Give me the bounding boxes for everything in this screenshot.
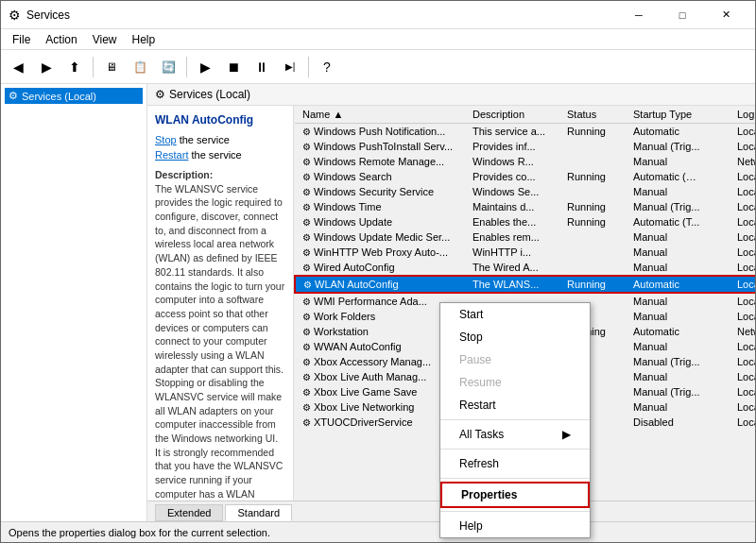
- table-row[interactable]: ⚙Windows UpdateEnables the...RunningAuto…: [295, 214, 755, 229]
- play-button[interactable]: ▶: [192, 54, 218, 80]
- context-menu-start[interactable]: Start: [440, 303, 590, 326]
- service-name-cell: ⚙Windows Time: [295, 199, 465, 214]
- service-desc-cell: This service a...: [465, 124, 559, 140]
- service-icon: ⚙: [302, 217, 311, 228]
- window-title: Services: [26, 8, 70, 22]
- context-menu-help[interactable]: Help: [440, 515, 590, 537]
- tree-panel: ⚙ Services (Local): [1, 84, 147, 521]
- service-desc-cell: Enables rem...: [465, 229, 559, 245]
- service-status-cell: [559, 245, 626, 260]
- service-startup-cell: Automatic (T...: [626, 214, 730, 229]
- menu-help[interactable]: Help: [125, 31, 163, 48]
- table-header-row: Name ▲ Description Status Startup Type L…: [295, 106, 755, 124]
- service-icon: ⚙: [302, 357, 311, 367]
- service-logon-cell: Networ...: [730, 324, 755, 339]
- col-description[interactable]: Description: [465, 106, 559, 124]
- service-icon: ⚙: [302, 417, 311, 428]
- pause-button[interactable]: ⏸: [249, 54, 275, 80]
- context-menu-refresh[interactable]: Refresh: [440, 452, 590, 475]
- all-tasks-arrow: ▶: [562, 428, 571, 441]
- service-icon: ⚙: [302, 127, 311, 137]
- service-logon-cell: Local Sy...: [730, 214, 755, 229]
- service-logon-cell: Local Sy...: [730, 260, 755, 276]
- service-name-cell: ⚙WinHTTP Web Proxy Auto-...: [295, 245, 465, 260]
- stop-service-link[interactable]: Stop: [155, 134, 177, 145]
- table-row[interactable]: ⚙Windows Security ServiceWindows Se...Ma…: [295, 184, 755, 199]
- menu-file[interactable]: File: [5, 31, 38, 48]
- table-row[interactable]: ⚙Windows Push Notification...This servic…: [295, 124, 755, 140]
- context-menu-all-tasks[interactable]: All Tasks ▶: [440, 423, 590, 446]
- service-icon: ⚙: [302, 232, 311, 243]
- context-menu-restart[interactable]: Restart: [440, 394, 590, 416]
- service-icon: ⚙: [302, 342, 311, 352]
- service-startup-cell: Manual: [626, 184, 730, 199]
- service-icon: ⚙: [302, 187, 311, 197]
- tab-extended[interactable]: Extended: [155, 504, 223, 521]
- toolbar-sep-3: [308, 57, 309, 77]
- help-button[interactable]: ?: [314, 54, 340, 80]
- service-startup-cell: Manual (Trig...: [626, 354, 730, 369]
- col-name[interactable]: Name ▲: [295, 106, 465, 124]
- close-button[interactable]: ✕: [704, 1, 747, 29]
- col-status[interactable]: Status: [559, 106, 626, 124]
- tab-standard[interactable]: Standard: [225, 504, 292, 521]
- restart-service-line: Restart the service: [155, 149, 285, 161]
- restart-button[interactable]: ▶|: [277, 54, 303, 80]
- service-name-cell: ⚙Windows PushToInstall Serv...: [295, 139, 465, 154]
- service-logon-cell: Local Sy...: [730, 415, 755, 430]
- service-desc-cell: Enables the...: [465, 214, 559, 229]
- table-row[interactable]: ⚙Windows Remote Manage...Windows R...Man…: [295, 154, 755, 169]
- service-name-cell: ⚙WLAN AutoConfig: [295, 276, 465, 293]
- service-icon: ⚙: [302, 263, 311, 273]
- service-description-panel: WLAN AutoConfig Stop the service Restart…: [147, 106, 294, 501]
- service-icon: ⚙: [302, 142, 311, 152]
- service-desc-cell: The Wired A...: [465, 260, 559, 276]
- service-startup-cell: Automatic: [626, 324, 730, 339]
- tree-icon: ⚙: [9, 90, 18, 102]
- menu-view[interactable]: View: [85, 31, 125, 48]
- service-logon-cell: Local Sy...: [730, 199, 755, 214]
- back-button[interactable]: ◀: [5, 54, 31, 80]
- service-status-cell: Running: [559, 124, 626, 140]
- context-menu-pause[interactable]: Pause: [440, 348, 590, 371]
- table-row[interactable]: ⚙WLAN AutoConfigThe WLANS...RunningAutom…: [295, 276, 755, 293]
- service-startup-cell: Manual: [626, 154, 730, 169]
- service-name-cell: ⚙Wired AutoConfig: [295, 260, 465, 276]
- table-row[interactable]: ⚙Windows SearchProvides co...RunningAuto…: [295, 169, 755, 184]
- toolbar: ◀ ▶ ⬆ 🖥 📋 🔄 ▶ ⏹ ⏸ ▶| ?: [1, 50, 755, 84]
- service-desc-cell: Provides co...: [465, 169, 559, 184]
- panel-icon: ⚙: [155, 88, 165, 101]
- menu-bar: File Action View Help: [1, 29, 755, 50]
- table-row[interactable]: ⚙WinHTTP Web Proxy Auto-...WinHTTP i...M…: [295, 245, 755, 260]
- context-menu-resume[interactable]: Resume: [440, 371, 590, 394]
- properties-button[interactable]: 📋: [127, 54, 153, 80]
- col-startup[interactable]: Startup Type: [626, 106, 730, 124]
- refresh-toolbar-button[interactable]: 🔄: [155, 54, 181, 80]
- table-row[interactable]: ⚙Windows TimeMaintains d...RunningManual…: [295, 199, 755, 214]
- col-logon[interactable]: Log On: [730, 106, 755, 124]
- maximize-button[interactable]: □: [661, 1, 704, 29]
- restart-service-link[interactable]: Restart: [155, 149, 188, 161]
- tree-item-services-local[interactable]: ⚙ Services (Local): [5, 88, 143, 104]
- context-menu-properties[interactable]: Properties: [440, 482, 590, 508]
- computer-button[interactable]: 🖥: [98, 54, 125, 80]
- context-menu-sep-4: [440, 511, 590, 512]
- table-row[interactable]: ⚙Windows PushToInstall Serv...Provides i…: [295, 139, 755, 154]
- content-area: ⚙ Services (Local) ⚙ Services (Local) WL…: [1, 84, 755, 521]
- table-row[interactable]: ⚙Windows Update Medic Ser...Enables rem.…: [295, 229, 755, 245]
- stop-service-line: Stop the service: [155, 134, 285, 145]
- service-logon-cell: Local Sy...: [730, 139, 755, 154]
- forward-button[interactable]: ▶: [33, 54, 60, 80]
- up-button[interactable]: ⬆: [61, 54, 88, 80]
- service-name-heading: WLAN AutoConfig: [155, 113, 285, 127]
- service-startup-cell: Manual: [626, 260, 730, 276]
- minimize-button[interactable]: ─: [617, 1, 661, 29]
- window-controls: ─ □ ✕: [617, 1, 747, 29]
- stop-button[interactable]: ⏹: [220, 54, 247, 80]
- stop-suffix: the service: [177, 134, 230, 145]
- table-row[interactable]: ⚙Wired AutoConfigThe Wired A...ManualLoc…: [295, 260, 755, 276]
- menu-action[interactable]: Action: [38, 31, 84, 48]
- service-status-cell: [559, 139, 626, 154]
- context-menu-stop[interactable]: Stop: [440, 326, 590, 348]
- service-logon-cell: Local Sy...: [730, 293, 755, 309]
